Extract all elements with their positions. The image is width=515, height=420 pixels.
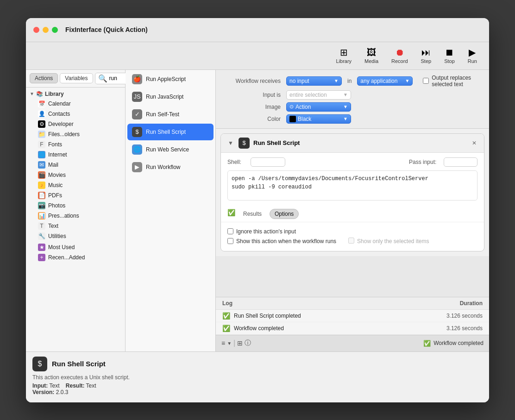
files-icon: 📁 bbox=[38, 131, 45, 138]
ignore-input-checkbox[interactable] bbox=[227, 228, 233, 234]
stop-icon: ⏹ bbox=[445, 48, 454, 57]
media-button[interactable]: 🖼 Media bbox=[360, 46, 383, 66]
log-duration-0: 3.126 seconds bbox=[446, 313, 483, 319]
sidebar-item-pdfs[interactable]: 📄 PDFs bbox=[28, 190, 123, 201]
close-button[interactable] bbox=[33, 27, 39, 33]
action-item-webservice[interactable]: 🌐 Run Web Service bbox=[127, 141, 214, 158]
presentations-icon: 📊 bbox=[38, 212, 45, 219]
show-when-runs-checkbox[interactable] bbox=[227, 238, 233, 244]
tab-results[interactable]: Results bbox=[238, 209, 267, 219]
receives-dropdown[interactable]: no input ▼ bbox=[286, 76, 342, 86]
run-button[interactable]: ▶ Run bbox=[463, 46, 482, 66]
shell-icon: $ bbox=[132, 127, 142, 137]
sidebar-item-label: Internet bbox=[48, 151, 67, 158]
collapse-button[interactable]: ▼ bbox=[226, 139, 235, 147]
sidebar-item-label: Mail bbox=[48, 162, 58, 168]
action-item-selftest[interactable]: ✓ Run Self-Test bbox=[127, 106, 214, 123]
sidebar-item-label: Developer bbox=[48, 121, 74, 127]
sidebar-item-label: Photos bbox=[48, 202, 65, 209]
sidebar-item-mail[interactable]: ✉ Mail bbox=[28, 160, 123, 170]
tab-options[interactable]: Options bbox=[270, 209, 299, 219]
log-area: Log Duration ✅ Run Shell Script complete… bbox=[216, 297, 489, 335]
app-dropdown[interactable]: any application ▼ bbox=[357, 76, 413, 86]
sidebar-item-label: Music bbox=[48, 182, 63, 188]
sidebar-item-label: Contacts bbox=[48, 111, 70, 117]
bottom-meta-input: Input: Text Result: Text bbox=[32, 382, 483, 389]
show-only-selected-checkbox-disabled bbox=[348, 238, 354, 245]
action-item-applescript[interactable]: 🍎 Run AppleScript bbox=[127, 71, 214, 88]
chevron-icon: ▼ bbox=[30, 91, 34, 96]
music-icon: ♪ bbox=[38, 182, 45, 189]
sidebar-item-text[interactable]: T Text bbox=[28, 221, 123, 231]
action-item-shell[interactable]: $ Run Shell Script bbox=[127, 124, 214, 140]
output-checkbox[interactable] bbox=[423, 78, 429, 84]
sidebar-item-developer[interactable]: ⚙ Developer bbox=[28, 119, 123, 129]
library-label: Library bbox=[336, 58, 352, 64]
movies-icon: 🎬 bbox=[38, 171, 45, 179]
sidebar-item-utilities[interactable]: 🔧 Utilities bbox=[28, 231, 123, 241]
sidebar-item-recently-added[interactable]: + Recen...Added bbox=[28, 252, 123, 263]
action-item-label: Run Shell Script bbox=[146, 129, 186, 135]
tab-bar: Actions Variables 🔍 ✕ bbox=[26, 70, 125, 88]
chevron-down-status-icon[interactable]: ▼ bbox=[227, 341, 232, 346]
input-row: Input is entire selection ▼ bbox=[225, 90, 480, 100]
step-icon: ⏭ bbox=[421, 48, 431, 57]
mail-icon: ✉ bbox=[38, 161, 45, 169]
actions-list: 🍎 Run AppleScript JS Run JavaScript ✓ Ru… bbox=[126, 70, 216, 351]
window-title: FixInterface (Quick Action) bbox=[65, 26, 148, 33]
sidebar-item-photos[interactable]: 📷 Photos bbox=[28, 201, 123, 211]
sidebar-item-contacts[interactable]: 👤 Contacts bbox=[28, 109, 123, 119]
duration-column-header: Duration bbox=[460, 300, 483, 307]
app-value: any application bbox=[360, 78, 397, 84]
action-item-javascript[interactable]: JS Run JavaScript bbox=[127, 88, 214, 105]
shell-dropdown[interactable]: /bin/zsh ▼ bbox=[251, 157, 285, 167]
image-dropdown[interactable]: ⊙ Action ▼ bbox=[286, 102, 351, 112]
sidebar-item-internet[interactable]: 🌐 Internet bbox=[28, 150, 123, 160]
sidebar-item-movies[interactable]: 🎬 Movies bbox=[28, 170, 123, 180]
action-item-label: Run Web Service bbox=[146, 146, 189, 153]
grid-view-icon[interactable]: ⊞ bbox=[237, 339, 243, 347]
maximize-button[interactable] bbox=[52, 27, 58, 33]
output-checkbox-row: Output replaces selected text bbox=[423, 75, 480, 88]
webservice-icon: 🌐 bbox=[132, 144, 142, 155]
action-item-workflow[interactable]: ▶ Run Workflow bbox=[127, 159, 214, 176]
stop-button[interactable]: ⏹ Stop bbox=[440, 46, 459, 66]
workflow-canvas bbox=[216, 256, 489, 297]
image-arrow-icon: ▼ bbox=[343, 104, 348, 109]
step-button[interactable]: ⏭ Step bbox=[416, 46, 436, 66]
text-icon: T bbox=[38, 222, 45, 230]
contacts-icon: 👤 bbox=[38, 110, 45, 118]
sidebar-item-presentations[interactable]: 📊 Pres...ations bbox=[28, 211, 123, 221]
list-view-icon[interactable]: ≡ bbox=[221, 339, 225, 347]
record-button[interactable]: ⏺ Record bbox=[387, 46, 412, 66]
tab-actions[interactable]: Actions bbox=[30, 73, 58, 83]
action-item-label: Run JavaScript bbox=[146, 94, 183, 100]
center-panel: Workflow receives no input ▼ in any appl… bbox=[216, 70, 489, 351]
sidebar-item-music[interactable]: ♪ Music bbox=[28, 180, 123, 190]
sidebar-item-calendar[interactable]: 📅 Calendar bbox=[28, 99, 123, 109]
receives-row: Workflow receives no input ▼ in any appl… bbox=[225, 75, 480, 88]
app-arrow-icon: ▼ bbox=[405, 78, 409, 83]
sidebar-item-files[interactable]: 📁 Files...olders bbox=[28, 129, 123, 139]
action-block: ▼ $ Run Shell Script ✕ Shell: /bin/zsh ▼… bbox=[220, 133, 484, 251]
library-button[interactable]: ⊞ Library bbox=[331, 46, 356, 66]
media-label: Media bbox=[364, 58, 378, 64]
info-icon[interactable]: ⓘ bbox=[245, 339, 251, 347]
show-when-runs-row: Show this action when the workflow runs … bbox=[227, 236, 477, 246]
color-dropdown[interactable]: Black ▼ bbox=[286, 114, 351, 124]
log-text-1: Workflow completed bbox=[234, 325, 443, 332]
action-item-label: Run AppleScript bbox=[146, 76, 186, 82]
tab-variables[interactable]: Variables bbox=[60, 73, 93, 83]
library-group-header[interactable]: ▼ 📚 Library bbox=[26, 89, 125, 99]
sidebar-item-most-used[interactable]: ★ Most Used bbox=[28, 242, 123, 252]
receives-value: no input bbox=[289, 78, 309, 84]
log-entry-1: ✅ Workflow completed 3.126 seconds bbox=[216, 322, 489, 335]
sidebar-item-fonts[interactable]: F Fonts bbox=[28, 139, 123, 150]
code-editor[interactable]: open -a /Users/tommydavies/Documents/Foc… bbox=[227, 170, 477, 201]
minimize-button[interactable] bbox=[43, 27, 49, 33]
input-is-dropdown[interactable]: entire selection ▼ bbox=[286, 90, 351, 100]
pass-input-dropdown[interactable]: to stdin ▼ bbox=[444, 157, 477, 167]
close-action-button[interactable]: ✕ bbox=[470, 139, 478, 147]
receives-label: Workflow receives bbox=[225, 78, 281, 84]
color-value: Black bbox=[298, 116, 311, 122]
